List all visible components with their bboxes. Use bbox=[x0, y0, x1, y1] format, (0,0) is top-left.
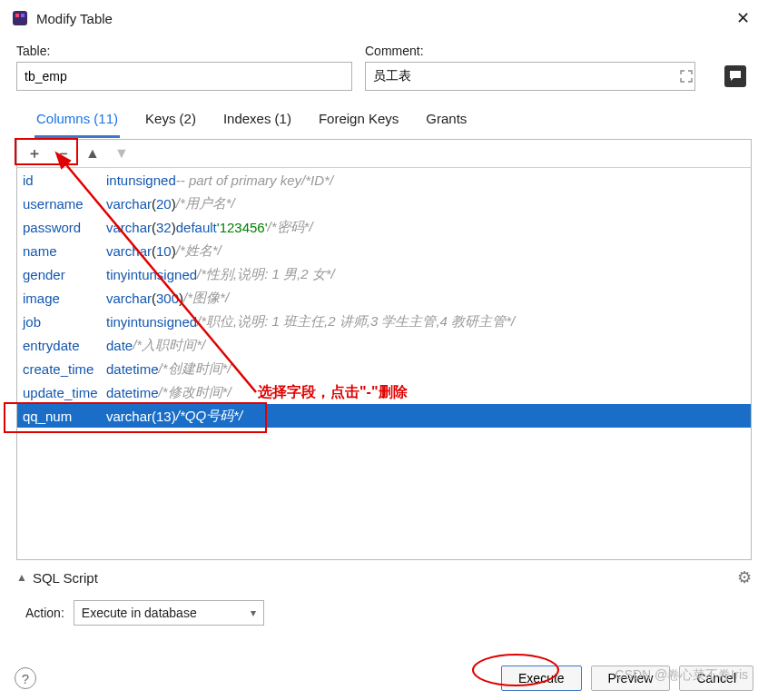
tab-indexes[interactable]: Indexes (1) bbox=[222, 107, 293, 138]
gear-icon[interactable]: ⚙ bbox=[737, 567, 752, 587]
column-name: qq_num bbox=[23, 409, 106, 424]
column-row[interactable]: imagevarchar(300) /*图像*/ bbox=[17, 286, 751, 310]
column-type: tinyint bbox=[106, 314, 142, 330]
svg-rect-2 bbox=[21, 14, 25, 17]
column-comment: /*修改时间*/ bbox=[159, 384, 231, 401]
app-icon bbox=[11, 9, 29, 27]
move-up-button[interactable]: ▲ bbox=[86, 147, 99, 160]
column-row[interactable]: entrydatedate /*入职时间*/ bbox=[17, 333, 751, 357]
comment-input[interactable] bbox=[365, 62, 695, 91]
column-comment: /*图像*/ bbox=[183, 290, 229, 307]
action-row: Action: Execute in database bbox=[0, 587, 768, 629]
svg-rect-0 bbox=[13, 11, 27, 25]
column-type: datetime bbox=[106, 385, 159, 400]
action-select[interactable]: Execute in database bbox=[74, 600, 264, 626]
svg-rect-1 bbox=[15, 14, 19, 17]
tab-foreign-keys[interactable]: Foreign Keys bbox=[317, 107, 400, 138]
help-button[interactable]: ? bbox=[15, 667, 36, 689]
column-row[interactable]: qq_numvarchar(13) /*QQ号码*/ bbox=[17, 404, 751, 428]
column-comment: /*用户名*/ bbox=[176, 195, 235, 212]
table-label: Table: bbox=[16, 44, 352, 58]
sql-script-header[interactable]: ▲ SQL Script ⚙ bbox=[0, 567, 768, 587]
column-name: username bbox=[23, 196, 106, 212]
tabs: Columns (11) Keys (2) Indexes (1) Foreig… bbox=[0, 94, 768, 139]
execute-button[interactable]: Execute bbox=[501, 665, 582, 691]
column-type: varchar bbox=[106, 409, 152, 424]
expand-icon[interactable] bbox=[679, 69, 694, 84]
add-column-button[interactable]: ＋ bbox=[28, 147, 41, 160]
column-row[interactable]: create_timedatetime /*创建时间*/ bbox=[17, 357, 751, 380]
column-type: date bbox=[106, 338, 133, 353]
column-comment: /*密码*/ bbox=[268, 219, 313, 236]
column-type: datetime bbox=[106, 361, 159, 377]
column-name: create_time bbox=[23, 361, 106, 377]
columns-toolbar: ＋ － ▲ ▼ bbox=[16, 139, 752, 168]
table-name-input[interactable] bbox=[16, 62, 352, 91]
column-comment: /*QQ号码*/ bbox=[176, 408, 242, 425]
sql-script-title: SQL Script bbox=[33, 570, 737, 586]
column-type: varchar bbox=[106, 243, 152, 259]
column-row[interactable]: idint unsigned -- part of primary key /*… bbox=[17, 168, 751, 192]
action-select-value: Execute in database bbox=[82, 606, 197, 620]
column-type: int bbox=[106, 173, 121, 188]
column-comment: /*性别,说明: 1 男,2 女*/ bbox=[197, 266, 335, 283]
column-comment: /*职位,说明: 1 班主任,2 讲师,3 学生主管,4 教研主管*/ bbox=[197, 313, 515, 330]
column-type: varchar bbox=[106, 220, 152, 235]
column-type: varchar bbox=[106, 291, 152, 306]
comment-label: Comment: bbox=[365, 44, 752, 58]
column-name: job bbox=[23, 314, 106, 330]
columns-list[interactable]: idint unsigned -- part of primary key /*… bbox=[16, 168, 752, 560]
column-type: tinyint bbox=[106, 267, 142, 282]
tab-grants[interactable]: Grants bbox=[424, 107, 468, 138]
column-row[interactable]: gendertinyint unsigned /*性别,说明: 1 男,2 女*… bbox=[17, 262, 751, 286]
column-row[interactable]: passwordvarchar(32) default '123456' /*密… bbox=[17, 215, 751, 239]
form-area: Table: Comment: bbox=[0, 36, 768, 94]
column-row[interactable]: namevarchar(10) /*姓名*/ bbox=[17, 239, 751, 262]
remove-column-button[interactable]: － bbox=[57, 147, 70, 160]
tab-keys[interactable]: Keys (2) bbox=[143, 107, 198, 138]
column-comment: /*ID*/ bbox=[301, 173, 333, 188]
column-comment: /*入职时间*/ bbox=[133, 337, 205, 354]
column-name: update_time bbox=[23, 385, 106, 400]
collapse-icon[interactable]: ▲ bbox=[16, 571, 27, 584]
preview-button[interactable]: Preview bbox=[591, 665, 671, 691]
column-name: image bbox=[23, 291, 106, 306]
titlebar: Modify Table ✕ bbox=[0, 0, 768, 36]
action-label: Action: bbox=[25, 606, 64, 620]
close-button[interactable]: ✕ bbox=[728, 8, 757, 28]
annotation-text: 选择字段，点击"-"删除 bbox=[258, 383, 408, 402]
column-row[interactable]: usernamevarchar(20) /*用户名*/ bbox=[17, 192, 751, 215]
column-comment: /*姓名*/ bbox=[176, 242, 222, 260]
column-name: name bbox=[23, 243, 106, 259]
column-name: id bbox=[23, 173, 106, 188]
window-title: Modify Table bbox=[36, 11, 728, 26]
move-down-button: ▼ bbox=[115, 147, 128, 160]
column-name: password bbox=[23, 220, 106, 235]
comment-dialog-icon[interactable] bbox=[724, 65, 746, 87]
footer: ? Execute Preview Cancel bbox=[15, 665, 753, 691]
cancel-button[interactable]: Cancel bbox=[679, 665, 753, 691]
column-name: entrydate bbox=[23, 338, 106, 353]
column-comment: /*创建时间*/ bbox=[159, 360, 231, 378]
tab-columns[interactable]: Columns (11) bbox=[34, 107, 120, 138]
column-type: varchar bbox=[106, 196, 152, 212]
column-row[interactable]: jobtinyint unsigned /*职位,说明: 1 班主任,2 讲师,… bbox=[17, 310, 751, 333]
column-name: gender bbox=[23, 267, 106, 282]
